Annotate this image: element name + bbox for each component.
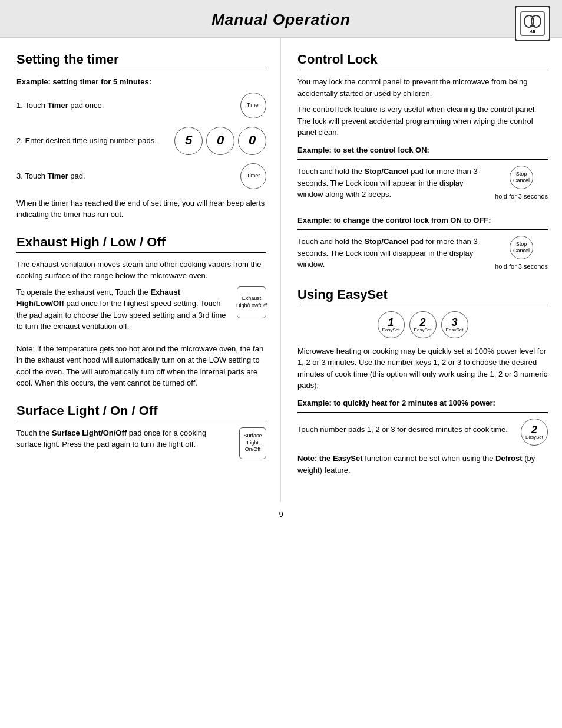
surface-btn-line1: Surface — [243, 433, 262, 440]
timer-note: When the timer has reached the end of se… — [16, 197, 266, 220]
timer-title: Setting the timer — [16, 52, 266, 67]
easyset-btn-3-num: 3 — [451, 317, 457, 328]
lock-ex1-btn: Stop Cancel — [510, 166, 533, 189]
timer-divider — [16, 70, 266, 70]
easyset-example-btn-num: 2 — [531, 424, 537, 435]
easyset-example-text: Touch number pads 1, 2 or 3 for desired … — [297, 424, 514, 436]
left-column: Setting the timer Example: setting timer… — [0, 38, 281, 502]
step1-rest: pad once. — [68, 101, 104, 110]
exhaust-title: Exhaust High / Low / Off — [16, 235, 266, 250]
logo-box: AB — [515, 6, 550, 41]
easyset-note-bold2: Defrost — [495, 454, 523, 463]
surface-text: Touch the Surface Light/On/Off pad once … — [16, 427, 232, 450]
surface-bold: Surface Light/On/Off — [52, 429, 127, 437]
step3-text: 3. Touch Timer pad. — [16, 172, 234, 180]
timer-example-label: Example: setting timer for 5 minutes: — [16, 77, 151, 86]
lock-ex2-btn-group: Stop Cancel hold for 3 seconds — [495, 236, 548, 270]
num-btn-0a: 0 — [206, 127, 234, 155]
surface-btn-line2: Light — [247, 440, 259, 447]
easyset-example-row: Touch number pads 1, 2 or 3 for desired … — [297, 419, 548, 446]
easyset-btn-3-label: EasySet — [446, 328, 464, 332]
easyset-btn-3: 3 EasySet — [441, 311, 468, 338]
lock-example2: Example: to change the control lock from… — [297, 215, 548, 275]
timer-btn-3: Timer — [240, 163, 266, 189]
easyset-btn-2: 2 EasySet — [409, 311, 437, 338]
timer-step1: 1. Touch Timer pad once. Timer — [16, 93, 266, 118]
surface-inline: Touch the Surface Light/On/Off pad once … — [16, 427, 266, 459]
num-5-label: 5 — [185, 133, 192, 148]
lock-ex2-row: Touch and hold the Stop/Cancel pad for m… — [297, 236, 548, 275]
lock-ex1-bold: Stop/Cancel — [364, 167, 408, 176]
step1-bold: Timer — [48, 101, 68, 110]
step3-rest: pad. — [68, 172, 85, 180]
step2-text: 2. Enter desired time using number pads. — [16, 136, 168, 145]
exhaust-btn-line2: High/Low/Off — [236, 302, 267, 309]
lock-ex1-btn-group: Stop Cancel hold for 3 seconds — [495, 166, 548, 200]
lock-ex2-btn: Stop Cancel — [510, 236, 533, 259]
exhaust-inline: To operate the exhaust vent, Touch the E… — [16, 286, 266, 337]
easyset-divider — [297, 305, 548, 305]
exhaust-btn: Exhaust High/Low/Off — [237, 286, 266, 318]
exhaust-bold: Exhaust High/Low/Off — [16, 288, 180, 308]
num-btn-5: 5 — [174, 127, 203, 155]
num-0a-label: 0 — [217, 133, 224, 148]
page-footer: 9 — [0, 502, 562, 527]
step1-text: 1. Touch Timer pad once. — [16, 101, 234, 110]
easyset-btn-1: 1 EasySet — [378, 311, 405, 338]
lock-example1: Example: to set the control lock ON: Tou… — [297, 144, 548, 205]
control-lock-section: Control Lock You may lock the control pa… — [297, 52, 548, 275]
lock-ex1-btn-line1: Stop — [516, 171, 527, 177]
easyset-note-rest: function cannot be set when using the — [363, 454, 496, 463]
control-lock-intro2: The control lock feature is very useful … — [297, 104, 548, 139]
easyset-btn-2-num: 2 — [419, 317, 425, 328]
page-header: Manual Operation AB — [0, 0, 562, 38]
easyset-btn-1-label: EasySet — [382, 328, 400, 332]
timer-step2: 2. Enter desired time using number pads.… — [16, 127, 266, 155]
timer-btn-1-label: Timer — [247, 102, 260, 108]
easyset-btn-1-num: 1 — [388, 317, 394, 328]
lock-ex2-btn-line2: Cancel — [513, 248, 530, 254]
page-title: Manual Operation — [0, 11, 562, 29]
timer-step3: 3. Touch Timer pad. Timer — [16, 163, 266, 189]
exhaust-intro: The exhaust ventilation moves steam and … — [16, 259, 266, 282]
num-btn-0b: 0 — [238, 127, 266, 155]
main-content: Setting the timer Example: setting timer… — [0, 38, 562, 502]
easyset-buttons: 1 EasySet 2 EasySet 3 EasySet — [297, 311, 548, 338]
control-lock-title: Control Lock — [297, 52, 548, 67]
lock-ex1-row: Touch and hold the Stop/Cancel pad for m… — [297, 166, 548, 205]
lock-ex1-text: Touch and hold the Stop/Cancel pad for m… — [297, 166, 488, 200]
easyset-title: Using EasySet — [297, 287, 548, 302]
control-lock-divider — [297, 70, 548, 70]
easyset-note-bold: the EasySet — [319, 454, 363, 463]
surface-btn: Surface Light On/Off — [239, 427, 266, 459]
surface-btn-line3: On/Off — [245, 446, 260, 453]
easyset-section: Using EasySet 1 EasySet 2 EasySet 3 Easy… — [297, 287, 548, 476]
lock-ex2-divider — [297, 229, 548, 230]
easyset-note-pre: Note: — [297, 454, 319, 463]
timer-section: Setting the timer Example: setting timer… — [16, 52, 266, 220]
easyset-btn-2-label: EasySet — [414, 328, 432, 332]
easyset-example-btn: 2 EasySet — [521, 419, 548, 446]
easyset-example-divider — [297, 412, 548, 413]
svg-text:AB: AB — [529, 29, 535, 34]
control-lock-intro1: You may lock the control panel to preven… — [297, 76, 548, 99]
timer-btn-3-label: Timer — [247, 173, 260, 179]
lock-ex1-hold: hold for 3 seconds — [495, 193, 548, 200]
easyset-intro: Microwave heating or cooking may be quic… — [297, 345, 548, 391]
easyset-example-label: Example: to quickly heat for 2 minutes a… — [297, 398, 495, 407]
surface-divider — [16, 421, 266, 421]
surface-section: Surface Light / On / Off Touch the Surfa… — [16, 403, 266, 459]
right-column: Control Lock You may lock the control pa… — [281, 38, 562, 502]
exhaust-section: Exhaust High / Low / Off The exhaust ven… — [16, 235, 266, 389]
lock-ex2-text: Touch and hold the Stop/Cancel pad for m… — [297, 236, 488, 271]
exhaust-divider — [16, 252, 266, 253]
lock-ex2-hold: hold for 3 seconds — [495, 263, 548, 270]
easyset-note: Note: the EasySet function cannot be set… — [297, 453, 548, 476]
page-number: 9 — [279, 510, 283, 519]
lock-ex2-bold: Stop/Cancel — [364, 237, 408, 246]
lock-ex1-label: Example: to set the control lock ON: — [297, 146, 429, 154]
easyset-example-btn-label: EasySet — [525, 435, 543, 440]
exhaust-instruction: To operate the exhaust vent, Touch the E… — [16, 286, 230, 332]
surface-title: Surface Light / On / Off — [16, 403, 266, 419]
timer-btn-1: Timer — [240, 93, 266, 118]
